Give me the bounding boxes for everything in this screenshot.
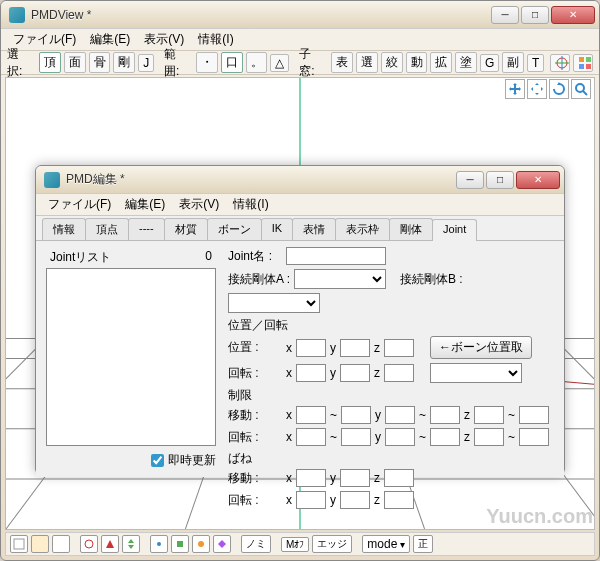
cw-0[interactable]: 表: [331, 52, 353, 73]
lim-my2[interactable]: [430, 406, 460, 424]
conn-a-select[interactable]: [294, 269, 386, 289]
bb-wire[interactable]: [10, 535, 28, 553]
bb-edge[interactable]: エッジ: [312, 535, 352, 553]
range-point[interactable]: ・: [196, 52, 218, 73]
target-icon[interactable]: [550, 54, 570, 72]
move-icon[interactable]: [527, 79, 547, 99]
menu-info[interactable]: 情報(I): [194, 29, 237, 50]
svg-point-20: [576, 84, 584, 92]
bone-pos-button[interactable]: ←ボーン位置取: [430, 336, 532, 359]
bb-dot-blue[interactable]: [150, 535, 168, 553]
child-menu-file[interactable]: ファイル(F): [44, 194, 115, 215]
range-rect[interactable]: 口: [221, 52, 243, 73]
child-menu-edit[interactable]: 編集(E): [121, 194, 169, 215]
spr-ry[interactable]: [340, 491, 370, 509]
range-tri[interactable]: △: [270, 54, 289, 72]
sel-bone[interactable]: 骨: [89, 52, 111, 73]
lim-mx1[interactable]: [296, 406, 326, 424]
spr-rx[interactable]: [296, 491, 326, 509]
lim-rx1[interactable]: [296, 428, 326, 446]
bb-circle[interactable]: [80, 535, 98, 553]
auto-update-check[interactable]: 即時更新: [46, 452, 216, 469]
bb-morph[interactable]: Mｵﾌ: [281, 537, 309, 552]
child-menu-info[interactable]: 情報(I): [229, 194, 272, 215]
tab-vertex[interactable]: 頂点: [85, 218, 129, 240]
pos-y-input[interactable]: [340, 339, 370, 357]
bb-solid[interactable]: [31, 535, 49, 553]
main-titlebar[interactable]: PMDView * ─ □ ✕: [1, 1, 599, 29]
cw-3[interactable]: 動: [406, 52, 428, 73]
zoom-icon[interactable]: [571, 79, 591, 99]
spr-mz[interactable]: [384, 469, 414, 487]
pos-x-input[interactable]: [296, 339, 326, 357]
tab-rigid[interactable]: 剛体: [389, 218, 433, 240]
tab-bone[interactable]: ボーン: [207, 218, 262, 240]
close-button[interactable]: ✕: [551, 6, 595, 24]
bb-nomi[interactable]: ノミ: [241, 535, 271, 553]
child-minimize-button[interactable]: ─: [456, 171, 484, 189]
menu-edit[interactable]: 編集(E): [86, 29, 134, 50]
bb-diamond[interactable]: [213, 535, 231, 553]
lim-mz2[interactable]: [519, 406, 549, 424]
bb-updown[interactable]: [122, 535, 140, 553]
bb-blank[interactable]: [52, 535, 70, 553]
cw-7[interactable]: 副: [502, 52, 524, 73]
bb-tri[interactable]: [101, 535, 119, 553]
rotate-icon[interactable]: [549, 79, 569, 99]
tab-joint[interactable]: Joint: [432, 219, 477, 241]
lim-mx2[interactable]: [341, 406, 371, 424]
sel-face[interactable]: 面: [64, 52, 86, 73]
grid-icon[interactable]: [573, 54, 593, 72]
child-menu-view[interactable]: 表示(V): [175, 194, 223, 215]
pan-icon[interactable]: [505, 79, 525, 99]
tab-material[interactable]: 材質: [164, 218, 208, 240]
cw-2[interactable]: 絞: [381, 52, 403, 73]
tab-info[interactable]: 情報: [42, 218, 86, 240]
minimize-button[interactable]: ─: [491, 6, 519, 24]
tab-body: Jointリスト 0 即時更新 Joint名 : 接続剛体A : 接続剛体B :: [36, 241, 564, 477]
maximize-button[interactable]: □: [521, 6, 549, 24]
joint-name-input[interactable]: [286, 247, 386, 265]
spr-my[interactable]: [340, 469, 370, 487]
sel-joint[interactable]: J: [138, 54, 154, 72]
sel-rigid[interactable]: 剛: [113, 52, 135, 73]
bb-box-green[interactable]: [171, 535, 189, 553]
lim-rz2[interactable]: [519, 428, 549, 446]
tab-morph[interactable]: 表情: [292, 218, 336, 240]
tab-display[interactable]: 表示枠: [335, 218, 390, 240]
bb-sei[interactable]: 正: [413, 535, 433, 553]
svg-rect-4: [586, 57, 591, 62]
rot-y-input[interactable]: [340, 364, 370, 382]
conn-b-select[interactable]: [228, 293, 320, 313]
cw-1[interactable]: 選: [356, 52, 378, 73]
joint-listbox[interactable]: [46, 268, 216, 446]
lim-ry2[interactable]: [430, 428, 460, 446]
range-circle[interactable]: 。: [246, 52, 268, 73]
lim-rx2[interactable]: [341, 428, 371, 446]
bb-mode[interactable]: mode ▾: [362, 535, 410, 553]
cw-6[interactable]: G: [480, 54, 499, 72]
pos-z-input[interactable]: [384, 339, 414, 357]
child-maximize-button[interactable]: □: [486, 171, 514, 189]
bb-circle-orange[interactable]: [192, 535, 210, 553]
child-close-button[interactable]: ✕: [516, 171, 560, 189]
lim-mz1[interactable]: [474, 406, 504, 424]
rot-select[interactable]: [430, 363, 522, 383]
spr-rz[interactable]: [384, 491, 414, 509]
rot-z-input[interactable]: [384, 364, 414, 382]
sel-vertex[interactable]: 頂: [39, 52, 61, 73]
tab-ik[interactable]: IK: [261, 218, 293, 240]
rot-x-input[interactable]: [296, 364, 326, 382]
y-label: y: [330, 341, 336, 355]
lim-rz1[interactable]: [474, 428, 504, 446]
cw-8[interactable]: T: [527, 54, 544, 72]
cw-5[interactable]: 塗: [455, 52, 477, 73]
cw-4[interactable]: 拡: [430, 52, 452, 73]
tab-dash[interactable]: ----: [128, 218, 165, 240]
auto-update-checkbox[interactable]: [151, 454, 164, 467]
lim-ry1[interactable]: [385, 428, 415, 446]
child-title: PMD編集 *: [66, 171, 456, 188]
lim-my1[interactable]: [385, 406, 415, 424]
child-titlebar[interactable]: PMD編集 * ─ □ ✕: [36, 166, 564, 194]
spr-mx[interactable]: [296, 469, 326, 487]
